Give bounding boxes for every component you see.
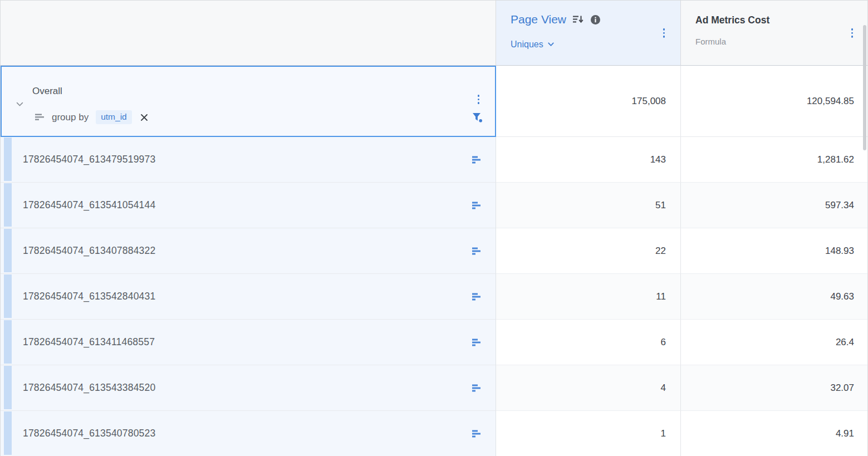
page-view-value: 51 <box>496 183 681 228</box>
table-row-label[interactable]: 17826454074_613479519973 <box>1 137 496 183</box>
segment-bars-icon[interactable] <box>472 293 481 301</box>
ad-metrics-cost-value: 1,281.62 <box>681 137 868 183</box>
segment-bars-icon[interactable] <box>472 156 481 164</box>
segment-id: 17826454074_613543384520 <box>23 382 155 394</box>
formula-column-title: Ad Metrics Cost <box>695 14 769 26</box>
ad-metrics-column-menu-icon[interactable] <box>849 26 856 40</box>
table-row-label[interactable]: 17826454074_613407884322 <box>1 228 496 274</box>
formula-column-subtitle: Formula <box>695 37 726 46</box>
overall-page-view-value: 175,008 <box>496 66 681 137</box>
info-icon[interactable] <box>591 15 600 24</box>
page-view-column-menu-icon[interactable] <box>661 26 668 40</box>
table-row-label[interactable]: 17826454074_613411468557 <box>1 320 496 365</box>
corner-header-cell <box>1 1 496 66</box>
metric-column-title[interactable]: Page View <box>511 13 566 26</box>
table-row-label[interactable]: 17826454074_613540780523 <box>1 411 496 456</box>
segment-id: 17826454074_613542840431 <box>23 291 155 302</box>
column-header-page-view[interactable]: Page View Uniques <box>496 1 681 66</box>
segment-id: 17826454074_613411468557 <box>23 336 155 348</box>
segment-id: 17826454074_613407884322 <box>23 245 155 257</box>
filter-applied-icon[interactable] <box>472 112 483 122</box>
sort-descending-icon[interactable] <box>573 15 584 24</box>
chevron-down-icon <box>548 42 554 47</box>
segment-indicator-bar <box>4 366 12 409</box>
ad-metrics-cost-value: 32.07 <box>681 365 868 411</box>
segment-indicator-bar <box>4 229 12 272</box>
overall-label: Overall <box>32 86 62 97</box>
segment-bars-icon[interactable] <box>472 384 481 392</box>
segment-indicator-bar <box>4 183 12 227</box>
collapse-chevron-icon[interactable] <box>16 99 23 109</box>
segment-id: 17826454074_613541054144 <box>23 199 155 211</box>
table-row-label[interactable]: 17826454074_613543384520 <box>1 365 496 411</box>
segment-bars-icon[interactable] <box>472 202 481 209</box>
group-by-bars-icon <box>35 114 45 121</box>
remove-group-by-icon[interactable] <box>139 112 149 122</box>
segment-bars-icon[interactable] <box>472 247 481 255</box>
segment-id: 17826454074_613540780523 <box>23 428 155 439</box>
page-view-value: 11 <box>496 274 681 320</box>
ad-metrics-cost-value: 26.4 <box>681 320 868 365</box>
page-view-value: 6 <box>496 320 681 365</box>
aggregation-dropdown[interactable]: Uniques <box>511 40 554 50</box>
segment-indicator-bar <box>4 274 12 318</box>
ad-metrics-cost-value: 4.91 <box>681 411 868 456</box>
segment-indicator-bar <box>4 411 12 455</box>
overall-ad-metrics-cost-value: 120,594.85 <box>681 66 868 137</box>
segment-id: 17826454074_613479519973 <box>23 154 155 165</box>
group-by-property-chip[interactable]: utm_id <box>96 110 132 124</box>
aggregation-label: Uniques <box>511 40 543 50</box>
group-by-clause: group by utm_id <box>35 110 149 124</box>
ad-metrics-cost-value: 49.63 <box>681 274 868 320</box>
insights-breakdown-table: Page View Uniques <box>0 0 868 456</box>
column-header-ad-metrics-cost[interactable]: Ad Metrics Cost Formula <box>681 1 868 66</box>
table-row-label[interactable]: 17826454074_613541054144 <box>1 183 496 228</box>
segment-bars-icon[interactable] <box>472 339 481 346</box>
overall-row-header[interactable]: Overall group by utm_id <box>1 66 496 137</box>
vertical-scrollbar[interactable] <box>863 25 866 150</box>
segment-bars-icon[interactable] <box>472 430 481 438</box>
page-view-value: 143 <box>496 137 681 183</box>
table-row-label[interactable]: 17826454074_613542840431 <box>1 274 496 320</box>
group-by-label: group by <box>52 112 89 123</box>
segment-indicator-bar <box>4 320 12 364</box>
page-view-value: 22 <box>496 228 681 274</box>
overall-row-menu-icon[interactable] <box>475 92 482 106</box>
segment-indicator-bar <box>4 138 12 181</box>
page-view-value: 4 <box>496 365 681 411</box>
ad-metrics-cost-value: 597.34 <box>681 183 868 228</box>
page-view-value: 1 <box>496 411 681 456</box>
ad-metrics-cost-value: 148.93 <box>681 228 868 274</box>
